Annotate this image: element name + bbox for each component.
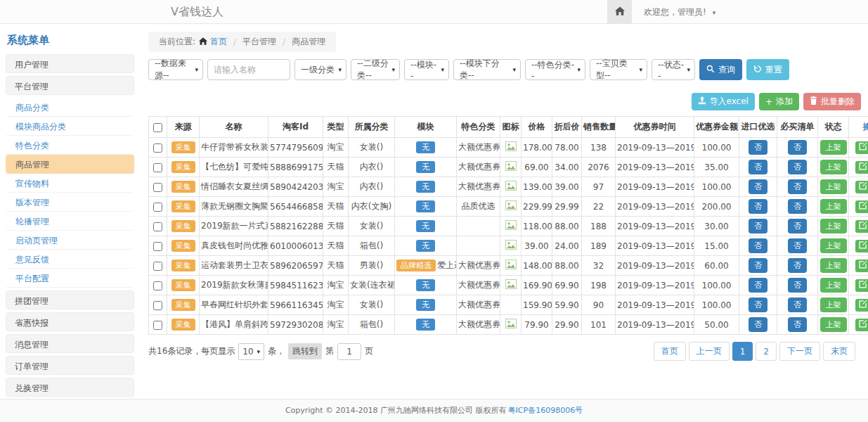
edit-button[interactable] xyxy=(855,240,868,252)
status-button[interactable]: 上架 xyxy=(820,199,847,214)
level1-category-select[interactable]: 一级分类▾ xyxy=(294,59,346,80)
imported-toggle-button[interactable]: 否 xyxy=(749,140,767,155)
sidebar-item[interactable]: 宣传物料 xyxy=(6,174,134,193)
row-checkbox[interactable] xyxy=(153,242,162,251)
source-badge: 采集 xyxy=(171,161,195,174)
must-buy-toggle-button[interactable]: 否 xyxy=(788,199,807,214)
edit-button[interactable] xyxy=(855,260,868,272)
status-button[interactable]: 上架 xyxy=(820,219,847,234)
sidebar-item[interactable]: 平台配置 xyxy=(6,269,134,288)
status-button[interactable]: 上架 xyxy=(820,179,847,194)
sidebar-section[interactable]: 订单管理 xyxy=(6,356,134,375)
row-checkbox[interactable] xyxy=(153,262,162,271)
imported-toggle-button[interactable]: 否 xyxy=(749,258,767,273)
batch-delete-button[interactable]: 批量删除 xyxy=(803,93,861,110)
name-search-input[interactable] xyxy=(207,59,290,80)
jump-button[interactable]: 跳转到 xyxy=(288,343,322,359)
row-checkbox[interactable] xyxy=(153,222,162,231)
status-button[interactable]: 上架 xyxy=(820,160,847,174)
must-buy-toggle-button[interactable]: 否 xyxy=(788,258,807,273)
sidebar-section[interactable]: 用户管理 xyxy=(6,54,134,73)
sidebar-item[interactable]: 模块商品分类 xyxy=(6,117,134,136)
edit-button[interactable] xyxy=(855,181,868,193)
sidebar-section[interactable]: 消息管理 xyxy=(6,334,134,353)
breadcrumb-home-link[interactable]: 首页 xyxy=(199,36,227,48)
edit-button[interactable] xyxy=(855,141,868,154)
import-excel-button[interactable]: 导入excel xyxy=(692,93,755,110)
price: 69.00 xyxy=(522,158,552,177)
page-button[interactable]: 2 xyxy=(756,342,777,361)
must-buy-toggle-button[interactable]: 否 xyxy=(788,317,807,332)
page-button[interactable]: 下一页 xyxy=(779,342,820,361)
status-select[interactable]: --状态--▾ xyxy=(652,59,695,80)
must-buy-toggle-button[interactable]: 否 xyxy=(788,160,807,174)
select-all-checkbox[interactable] xyxy=(153,123,162,132)
module-sub-select[interactable]: --模块下分类--▾ xyxy=(453,59,521,80)
sidebar-item[interactable]: 商品分类 xyxy=(6,98,134,117)
jump-page-input[interactable] xyxy=(337,343,361,360)
sidebar-section[interactable]: 平台管理 xyxy=(6,76,134,95)
row-checkbox[interactable] xyxy=(153,183,162,192)
must-buy-toggle-button[interactable]: 否 xyxy=(788,219,807,234)
sidebar-item[interactable]: 特色分类 xyxy=(6,136,134,155)
search-button[interactable]: 查询 xyxy=(699,59,742,80)
imported-toggle-button[interactable]: 否 xyxy=(749,219,767,234)
module-select[interactable]: --模块--▾ xyxy=(404,59,449,80)
page-button[interactable]: 上一页 xyxy=(689,342,730,361)
per-page-select[interactable]: 10 ▾ xyxy=(238,343,264,360)
row-checkbox[interactable] xyxy=(153,203,162,212)
taoke-id: 588216228899 xyxy=(268,217,323,236)
status-button[interactable]: 上架 xyxy=(820,238,847,253)
edit-button[interactable] xyxy=(855,161,868,174)
row-checkbox[interactable] xyxy=(153,301,162,310)
edit-button[interactable] xyxy=(855,279,868,292)
data-source-select[interactable]: --数据来源--▾ xyxy=(148,59,203,80)
status-button[interactable]: 上架 xyxy=(820,278,847,293)
edit-button[interactable] xyxy=(855,220,868,233)
status-button[interactable]: 上架 xyxy=(820,317,847,332)
status-button[interactable]: 上架 xyxy=(820,140,847,155)
product-name: 【七色纺】可爱纯棉家... xyxy=(200,158,268,177)
sidebar-section[interactable]: 省惠快报 xyxy=(6,312,134,331)
feature-category-select[interactable]: --特色分类--▾ xyxy=(525,59,585,80)
imported-toggle-button[interactable]: 否 xyxy=(749,160,767,174)
imported-toggle-button[interactable]: 否 xyxy=(749,199,767,214)
sidebar-section[interactable]: 拼团管理 xyxy=(6,290,134,309)
row-checkbox[interactable] xyxy=(153,143,162,153)
edit-button[interactable] xyxy=(855,200,868,213)
imported-toggle-button[interactable]: 否 xyxy=(749,317,767,332)
must-buy-toggle-button[interactable]: 否 xyxy=(788,298,807,312)
reset-button[interactable]: 重置 xyxy=(746,59,789,80)
imported-toggle-button[interactable]: 否 xyxy=(749,179,767,194)
add-button[interactable]: + 添加 xyxy=(759,93,799,110)
page-button[interactable]: 首页 xyxy=(654,342,686,361)
item-type-select[interactable]: --宝贝类型--▾ xyxy=(590,59,647,80)
product-image xyxy=(505,281,517,291)
row-checkbox[interactable] xyxy=(153,321,162,330)
sidebar-section[interactable]: 兑换管理 xyxy=(6,378,134,397)
must-buy-toggle-button[interactable]: 否 xyxy=(788,238,807,253)
imported-toggle-button[interactable]: 否 xyxy=(749,278,767,293)
level2-category-select[interactable]: --二级分类--▾ xyxy=(351,59,400,80)
must-buy-toggle-button[interactable]: 否 xyxy=(788,140,807,155)
user-menu[interactable]: 欢迎您，管理员! ▾ xyxy=(644,6,715,18)
row-checkbox[interactable] xyxy=(153,163,162,172)
edit-button[interactable] xyxy=(855,319,868,331)
sidebar-item[interactable]: 轮播管理 xyxy=(6,212,134,231)
page-button[interactable]: 末页 xyxy=(823,342,855,361)
status-button[interactable]: 上架 xyxy=(820,258,847,273)
imported-toggle-button[interactable]: 否 xyxy=(749,238,767,253)
sidebar-item[interactable]: 版本管理 xyxy=(6,193,134,212)
status-button[interactable]: 上架 xyxy=(820,298,847,312)
home-button[interactable] xyxy=(607,0,632,23)
must-buy-toggle-button[interactable]: 否 xyxy=(788,278,807,293)
icp-link[interactable]: 粤ICP备16098006号 xyxy=(508,405,583,416)
page-button[interactable]: 1 xyxy=(732,342,753,361)
imported-toggle-button[interactable]: 否 xyxy=(749,298,767,312)
must-buy-toggle-button[interactable]: 否 xyxy=(788,179,807,194)
sidebar-item[interactable]: 启动页管理 xyxy=(6,231,134,250)
row-checkbox[interactable] xyxy=(153,281,162,290)
sidebar-item[interactable]: 意见反馈 xyxy=(6,250,134,269)
edit-button[interactable] xyxy=(855,299,868,312)
sidebar-item[interactable]: 商品管理 xyxy=(6,155,134,174)
